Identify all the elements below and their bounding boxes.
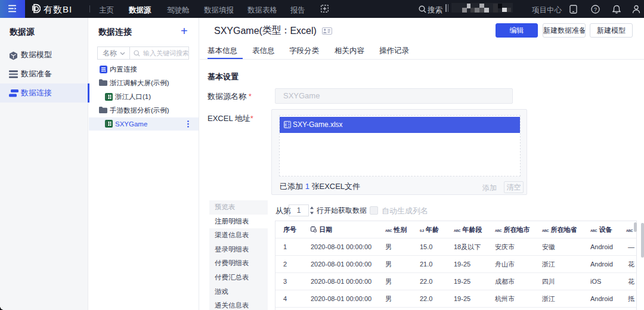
svg-text:?: ? — [594, 7, 597, 13]
svg-text:x: x — [284, 123, 286, 126]
